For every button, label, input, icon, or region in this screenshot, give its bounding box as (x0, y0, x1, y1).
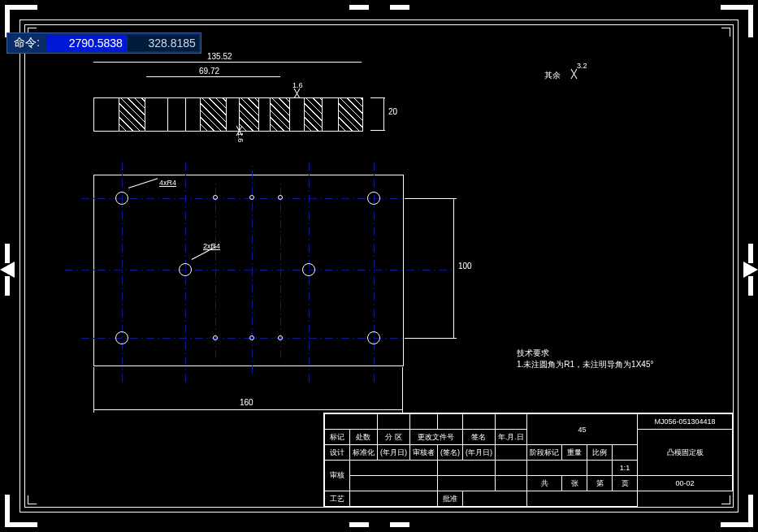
row-label: (签名) (437, 445, 462, 461)
scroll-right-icon[interactable] (743, 262, 758, 278)
title-block: 45 MJ056-051304418 标记 处数 分 区 更改文件号 签名 年.… (323, 413, 734, 508)
dim-line (146, 76, 280, 77)
hole (115, 331, 128, 344)
frame-corner-tr (721, 28, 730, 37)
callout: 4xR4 (159, 179, 176, 187)
row-label: 共 (527, 476, 562, 491)
hole-small (278, 195, 283, 200)
row-label: 审核者 (409, 445, 437, 461)
row-label: 页 (613, 476, 638, 491)
th: 分 区 (377, 430, 409, 445)
hole (179, 263, 192, 276)
hole (115, 192, 128, 205)
viewport-tick (390, 5, 409, 10)
dim-text: 160 (240, 398, 253, 407)
hole (367, 331, 380, 344)
row-label: 张 (562, 476, 587, 491)
drawing-id: MJ056-051304418 (638, 414, 733, 430)
row-label: 工艺 (324, 491, 349, 507)
row-label: (年月日) (377, 445, 409, 461)
coord-y-input[interactable] (128, 35, 199, 51)
notes-line1: 1.未注圆角为R1，未注明导角为1X45° (517, 359, 653, 370)
viewport-tick (748, 244, 753, 263)
dim-line (93, 409, 402, 410)
viewport-tick (390, 522, 409, 527)
ext-line (93, 367, 94, 413)
hole-small (213, 195, 218, 200)
hole-small (213, 335, 218, 340)
dim-line (453, 198, 454, 338)
notes-title: 技术要求 (517, 348, 549, 359)
section-view (93, 97, 363, 132)
callout: 2xR4 (203, 242, 220, 250)
th: 签名 (462, 430, 495, 445)
command-bar: 命令: (6, 32, 201, 54)
th: 更改文件号 (409, 430, 462, 445)
ext-line (405, 338, 457, 339)
ext-line (370, 130, 385, 131)
centerline-v (252, 162, 253, 374)
viewport-tick (748, 276, 753, 296)
centerline-v (215, 183, 216, 358)
cad-canvas[interactable]: 命令: 135.52 69.72 1.6 20 1.6 4xR4 2xR4 10… (0, 0, 758, 532)
dim-text: 20 (388, 107, 397, 116)
row-label: 设计 (324, 445, 349, 461)
dim-text: 3.2 (577, 62, 587, 70)
row-label: 审核 (324, 461, 349, 491)
scale: 1:1 (613, 461, 638, 476)
command-label: 命令: (9, 36, 45, 50)
viewport-tick (5, 244, 10, 263)
viewport-tick (349, 522, 369, 527)
note-remainder: 其余 (544, 70, 561, 81)
hole-small (278, 335, 283, 340)
th2: 阶段标记 (527, 445, 562, 461)
centerline-h (65, 270, 455, 270)
viewport-tick (5, 276, 10, 296)
th: 标记 (324, 430, 349, 445)
row-label (495, 445, 526, 461)
th: 年.月.日 (495, 430, 526, 445)
hole (367, 192, 380, 205)
dim-text: 100 (458, 262, 472, 270)
frame-corner-bl (28, 495, 37, 504)
th2 (613, 445, 638, 461)
drawing-number: 00-02 (638, 476, 733, 491)
row-label: 批准 (437, 491, 462, 507)
coord-x-input[interactable] (46, 35, 126, 51)
th2: 重量 (562, 445, 587, 461)
hole (302, 263, 315, 276)
row-label: (年月日) (462, 445, 495, 461)
viewport-tick (349, 5, 369, 10)
centerline-v (280, 183, 281, 358)
material: 45 (527, 414, 638, 445)
dim-line (383, 97, 384, 130)
dim-text: 135.52 (207, 52, 232, 61)
th2: 比例 (587, 445, 613, 461)
dim-text: 69.72 (199, 67, 219, 76)
th: 处数 (349, 430, 377, 445)
ext-line (402, 367, 403, 413)
hole-small (249, 335, 254, 340)
hole-small (249, 195, 254, 200)
ext-line (405, 198, 457, 199)
part-name: 凸模固定板 (638, 430, 733, 476)
dim-line (93, 62, 362, 63)
scroll-left-icon[interactable] (0, 262, 15, 278)
row-label: 标准化 (349, 445, 377, 461)
row-label: 第 (587, 476, 613, 491)
